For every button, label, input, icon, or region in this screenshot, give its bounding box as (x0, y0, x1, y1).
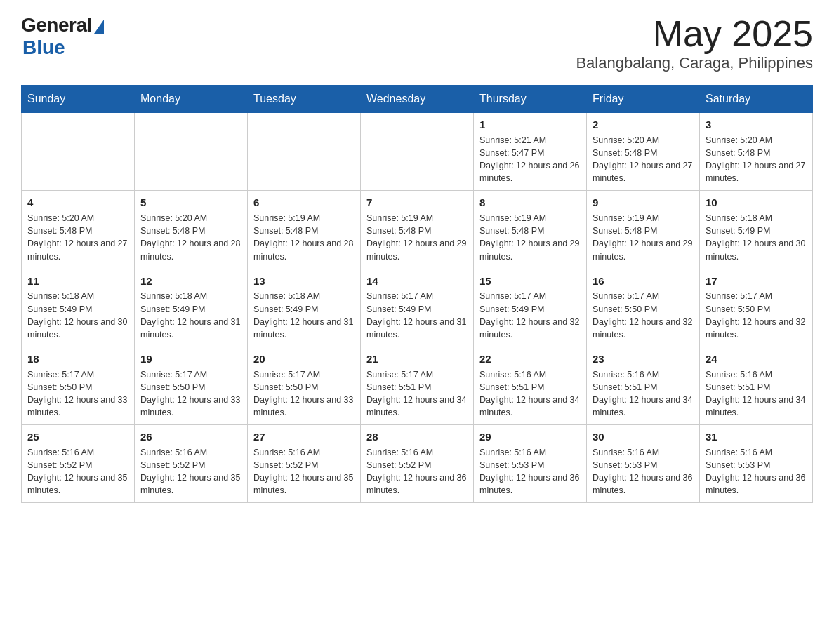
day-number: 15 (479, 274, 581, 289)
day-number: 7 (366, 195, 468, 210)
day-info: Sunrise: 5:18 AM Sunset: 5:49 PM Dayligh… (140, 290, 241, 341)
calendar-day-4: 4Sunrise: 5:20 AM Sunset: 5:48 PM Daylig… (22, 191, 135, 269)
day-info: Sunrise: 5:17 AM Sunset: 5:49 PM Dayligh… (366, 290, 468, 341)
logo-blue-text: Blue (22, 36, 65, 59)
calendar-empty-cell (22, 113, 135, 191)
day-info: Sunrise: 5:17 AM Sunset: 5:50 PM Dayligh… (593, 290, 694, 341)
calendar-day-5: 5Sunrise: 5:20 AM Sunset: 5:48 PM Daylig… (135, 191, 248, 269)
logo: General Blue (21, 14, 104, 59)
day-number: 29 (479, 429, 581, 445)
day-info: Sunrise: 5:16 AM Sunset: 5:51 PM Dayligh… (706, 368, 807, 420)
day-info: Sunrise: 5:19 AM Sunset: 5:48 PM Dayligh… (253, 212, 355, 263)
calendar-day-19: 19Sunrise: 5:17 AM Sunset: 5:50 PM Dayli… (135, 347, 248, 424)
day-number: 19 (140, 351, 241, 367)
calendar-week-row: 1Sunrise: 5:21 AM Sunset: 5:47 PM Daylig… (22, 113, 813, 191)
day-info: Sunrise: 5:19 AM Sunset: 5:48 PM Dayligh… (366, 212, 468, 263)
calendar-day-22: 22Sunrise: 5:16 AM Sunset: 5:51 PM Dayli… (474, 347, 587, 424)
calendar-empty-cell (135, 113, 248, 191)
day-number: 9 (593, 195, 694, 210)
day-info: Sunrise: 5:17 AM Sunset: 5:50 PM Dayligh… (253, 368, 355, 420)
day-number: 2 (593, 117, 694, 133)
day-info: Sunrise: 5:16 AM Sunset: 5:52 PM Dayligh… (253, 446, 355, 497)
day-number: 27 (253, 429, 355, 445)
logo-triangle-icon (94, 20, 104, 34)
day-number: 4 (27, 195, 128, 210)
calendar-day-31: 31Sunrise: 5:16 AM Sunset: 5:53 PM Dayli… (700, 425, 813, 503)
calendar-day-28: 28Sunrise: 5:16 AM Sunset: 5:52 PM Dayli… (361, 425, 474, 503)
day-info: Sunrise: 5:17 AM Sunset: 5:50 PM Dayligh… (27, 368, 128, 420)
calendar-day-20: 20Sunrise: 5:17 AM Sunset: 5:50 PM Dayli… (248, 347, 361, 424)
calendar-day-8: 8Sunrise: 5:19 AM Sunset: 5:48 PM Daylig… (474, 191, 587, 269)
calendar-day-3: 3Sunrise: 5:20 AM Sunset: 5:48 PM Daylig… (700, 113, 813, 191)
day-header-tuesday: Tuesday (248, 86, 361, 113)
day-number: 18 (27, 351, 128, 367)
day-number: 10 (706, 195, 807, 210)
day-number: 26 (140, 429, 241, 445)
calendar-day-1: 1Sunrise: 5:21 AM Sunset: 5:47 PM Daylig… (474, 113, 587, 191)
day-number: 13 (253, 274, 355, 289)
calendar-week-row: 11Sunrise: 5:18 AM Sunset: 5:49 PM Dayli… (22, 269, 813, 347)
calendar-day-6: 6Sunrise: 5:19 AM Sunset: 5:48 PM Daylig… (248, 191, 361, 269)
calendar-day-14: 14Sunrise: 5:17 AM Sunset: 5:49 PM Dayli… (361, 269, 474, 347)
calendar-day-13: 13Sunrise: 5:18 AM Sunset: 5:49 PM Dayli… (248, 269, 361, 347)
day-info: Sunrise: 5:20 AM Sunset: 5:48 PM Dayligh… (27, 212, 128, 263)
month-title: May 2025 (576, 14, 813, 54)
title-block: May 2025 Balangbalang, Caraga, Philippin… (576, 14, 813, 72)
calendar-day-30: 30Sunrise: 5:16 AM Sunset: 5:53 PM Dayli… (587, 425, 700, 503)
day-number: 8 (479, 195, 581, 210)
day-info: Sunrise: 5:16 AM Sunset: 5:51 PM Dayligh… (593, 368, 694, 420)
day-number: 3 (706, 117, 807, 133)
calendar-day-27: 27Sunrise: 5:16 AM Sunset: 5:52 PM Dayli… (248, 425, 361, 503)
day-info: Sunrise: 5:20 AM Sunset: 5:48 PM Dayligh… (706, 134, 807, 185)
calendar-day-17: 17Sunrise: 5:17 AM Sunset: 5:50 PM Dayli… (700, 269, 813, 347)
day-number: 30 (593, 429, 694, 445)
day-info: Sunrise: 5:18 AM Sunset: 5:49 PM Dayligh… (253, 290, 355, 341)
day-info: Sunrise: 5:21 AM Sunset: 5:47 PM Dayligh… (479, 134, 581, 185)
day-info: Sunrise: 5:17 AM Sunset: 5:51 PM Dayligh… (366, 368, 468, 420)
day-number: 23 (593, 351, 694, 367)
day-info: Sunrise: 5:17 AM Sunset: 5:49 PM Dayligh… (479, 290, 581, 341)
calendar-day-24: 24Sunrise: 5:16 AM Sunset: 5:51 PM Dayli… (700, 347, 813, 424)
day-info: Sunrise: 5:16 AM Sunset: 5:51 PM Dayligh… (479, 368, 581, 420)
day-number: 17 (706, 274, 807, 289)
day-number: 24 (706, 351, 807, 367)
calendar-day-21: 21Sunrise: 5:17 AM Sunset: 5:51 PM Dayli… (361, 347, 474, 424)
location-title: Balangbalang, Caraga, Philippines (576, 54, 813, 72)
day-info: Sunrise: 5:18 AM Sunset: 5:49 PM Dayligh… (27, 290, 128, 341)
day-number: 25 (27, 429, 128, 445)
day-header-wednesday: Wednesday (361, 86, 474, 113)
calendar-week-row: 25Sunrise: 5:16 AM Sunset: 5:52 PM Dayli… (22, 425, 813, 503)
day-number: 14 (366, 274, 468, 289)
day-info: Sunrise: 5:19 AM Sunset: 5:48 PM Dayligh… (593, 212, 694, 263)
day-number: 31 (706, 429, 807, 445)
day-number: 20 (253, 351, 355, 367)
calendar-week-row: 18Sunrise: 5:17 AM Sunset: 5:50 PM Dayli… (22, 347, 813, 424)
day-info: Sunrise: 5:16 AM Sunset: 5:52 PM Dayligh… (366, 446, 468, 497)
day-info: Sunrise: 5:16 AM Sunset: 5:53 PM Dayligh… (706, 446, 807, 497)
day-number: 1 (479, 117, 581, 133)
day-info: Sunrise: 5:19 AM Sunset: 5:48 PM Dayligh… (479, 212, 581, 263)
day-number: 16 (593, 274, 694, 289)
calendar-day-29: 29Sunrise: 5:16 AM Sunset: 5:53 PM Dayli… (474, 425, 587, 503)
calendar-day-9: 9Sunrise: 5:19 AM Sunset: 5:48 PM Daylig… (587, 191, 700, 269)
logo-general-text: General (21, 14, 92, 36)
calendar-day-12: 12Sunrise: 5:18 AM Sunset: 5:49 PM Dayli… (135, 269, 248, 347)
day-header-sunday: Sunday (22, 86, 135, 113)
day-info: Sunrise: 5:16 AM Sunset: 5:53 PM Dayligh… (479, 446, 581, 497)
calendar-day-11: 11Sunrise: 5:18 AM Sunset: 5:49 PM Dayli… (22, 269, 135, 347)
day-info: Sunrise: 5:20 AM Sunset: 5:48 PM Dayligh… (593, 134, 694, 185)
day-header-friday: Friday (587, 86, 700, 113)
calendar-day-7: 7Sunrise: 5:19 AM Sunset: 5:48 PM Daylig… (361, 191, 474, 269)
day-number: 22 (479, 351, 581, 367)
page-header: General Blue May 2025 Balangbalang, Cara… (21, 14, 813, 72)
day-number: 6 (253, 195, 355, 210)
calendar-day-18: 18Sunrise: 5:17 AM Sunset: 5:50 PM Dayli… (22, 347, 135, 424)
calendar-day-10: 10Sunrise: 5:18 AM Sunset: 5:49 PM Dayli… (700, 191, 813, 269)
day-number: 21 (366, 351, 468, 367)
day-number: 11 (27, 274, 128, 289)
day-header-saturday: Saturday (700, 86, 813, 113)
calendar-header-row: SundayMondayTuesdayWednesdayThursdayFrid… (22, 86, 813, 113)
day-header-thursday: Thursday (474, 86, 587, 113)
calendar-day-16: 16Sunrise: 5:17 AM Sunset: 5:50 PM Dayli… (587, 269, 700, 347)
calendar-day-15: 15Sunrise: 5:17 AM Sunset: 5:49 PM Dayli… (474, 269, 587, 347)
